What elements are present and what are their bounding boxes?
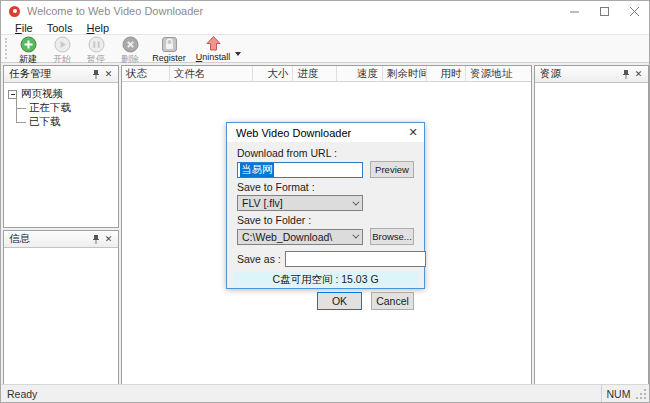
chevron-down-icon: [352, 232, 359, 239]
column-filename[interactable]: 文件名: [170, 66, 254, 81]
tree-item-downloaded[interactable]: 已下载: [16, 115, 116, 129]
folder-select[interactable]: C:\Web_Download\: [237, 229, 363, 245]
delete-icon: [122, 36, 139, 53]
uninstall-dropdown-caret[interactable]: [235, 52, 241, 56]
delete-button[interactable]: 删除: [113, 35, 147, 62]
tree-root-label[interactable]: 网页视频: [21, 87, 63, 101]
pin-icon[interactable]: [619, 68, 632, 81]
tree-item-downloading[interactable]: 正在下载: [16, 101, 116, 115]
close-panel-icon[interactable]: ✕: [632, 68, 645, 81]
start-icon: [54, 36, 71, 53]
menubar: File Tools Help: [1, 21, 649, 34]
download-list-header: 状态 文件名 大小 进度 速度 剩余时间 用时 资源地址: [122, 66, 531, 82]
task-manager-title: 任务管理: [9, 67, 89, 81]
uninstall-group: Uninstall: [191, 35, 241, 62]
register-lock-icon: [161, 36, 178, 53]
task-manager-header: 任务管理 ✕: [4, 66, 118, 83]
menu-file[interactable]: File: [8, 22, 40, 34]
titlebar: Welcome to Web Video Downloader: [1, 1, 649, 21]
start-button[interactable]: 开始: [45, 35, 79, 62]
column-time-left[interactable]: 剩余时间: [383, 66, 427, 81]
statusbar: Ready NUM: [1, 384, 649, 402]
column-speed[interactable]: 速度: [337, 66, 383, 81]
url-label: Download from URL :: [237, 147, 414, 159]
column-status[interactable]: 状态: [122, 66, 170, 81]
url-input-selected-text: 当易网: [240, 163, 274, 177]
format-select[interactable]: FLV [.flv]: [237, 195, 363, 211]
disk-space-info: C盘可用空间 : 15.03 G: [233, 272, 418, 287]
close-panel-icon[interactable]: ✕: [102, 233, 115, 246]
pause-icon: [88, 36, 105, 53]
resources-panel-header: 资源 ✕: [535, 66, 648, 83]
task-manager-panel: 任务管理 ✕ 网页视频 正在下载: [3, 65, 119, 228]
toolbar-gripper: [5, 38, 9, 59]
register-button[interactable]: Register: [147, 35, 191, 62]
window-controls: [559, 1, 649, 21]
uninstall-arrow-icon: [205, 35, 222, 52]
folder-label: Save to Folder :: [237, 214, 414, 226]
dialog-body: Download from URL : 当易网 Preview Save to …: [227, 142, 424, 310]
browse-button[interactable]: Browse...: [370, 228, 414, 245]
close-panel-icon[interactable]: ✕: [102, 68, 115, 81]
info-panel-body: [4, 248, 118, 384]
info-panel-title: 信息: [9, 232, 89, 246]
saveas-label: Save as :: [237, 253, 285, 265]
resources-panel: 资源 ✕: [534, 65, 649, 385]
close-button[interactable]: [619, 1, 649, 21]
saveas-input[interactable]: [285, 251, 426, 267]
maximize-button[interactable]: [589, 1, 619, 21]
new-task-button[interactable]: 新建: [11, 35, 45, 62]
resources-panel-title: 资源: [540, 67, 619, 81]
task-tree: 网页视频 正在下载 已下载: [4, 83, 118, 227]
chevron-down-icon: [352, 198, 359, 205]
format-selected-value: FLV [.flv]: [242, 197, 352, 209]
cancel-button[interactable]: Cancel: [371, 292, 414, 310]
app-window: Welcome to Web Video Downloader File Too…: [0, 0, 650, 403]
window-title: Welcome to Web Video Downloader: [27, 5, 559, 17]
resize-grip[interactable]: [635, 385, 649, 402]
dialog-titlebar: Web Video Downloader ✕: [227, 123, 424, 142]
uninstall-button[interactable]: Uninstall: [191, 34, 235, 62]
column-size[interactable]: 大小: [253, 66, 293, 81]
dialog-title: Web Video Downloader: [236, 127, 402, 139]
folder-selected-value: C:\Web_Download\: [242, 231, 352, 243]
column-url[interactable]: 资源地址: [466, 66, 531, 81]
menu-tools[interactable]: Tools: [40, 22, 80, 34]
dialog-close-icon[interactable]: ✕: [402, 123, 424, 142]
ok-button[interactable]: OK: [317, 292, 362, 310]
url-input[interactable]: 当易网: [237, 162, 363, 178]
column-elapsed[interactable]: 用时: [427, 66, 467, 81]
menu-help[interactable]: Help: [79, 22, 116, 34]
pause-button[interactable]: 暂停: [79, 35, 113, 62]
column-progress[interactable]: 进度: [293, 66, 337, 81]
format-label: Save to Format :: [237, 181, 414, 193]
pin-icon[interactable]: [89, 68, 102, 81]
num-lock-indicator: NUM: [601, 385, 635, 402]
preview-button[interactable]: Preview: [370, 161, 414, 178]
toolbar: 新建 开始 暂停: [1, 34, 649, 63]
download-dialog: Web Video Downloader ✕ Download from URL…: [226, 122, 425, 289]
app-icon: [9, 6, 20, 17]
info-panel-header: 信息 ✕: [4, 231, 118, 248]
pin-icon[interactable]: [89, 233, 102, 246]
new-icon: [20, 36, 37, 53]
resources-panel-body: [535, 83, 648, 384]
status-text: Ready: [1, 388, 601, 400]
info-panel: 信息 ✕: [3, 230, 119, 385]
minimize-button[interactable]: [559, 1, 589, 21]
